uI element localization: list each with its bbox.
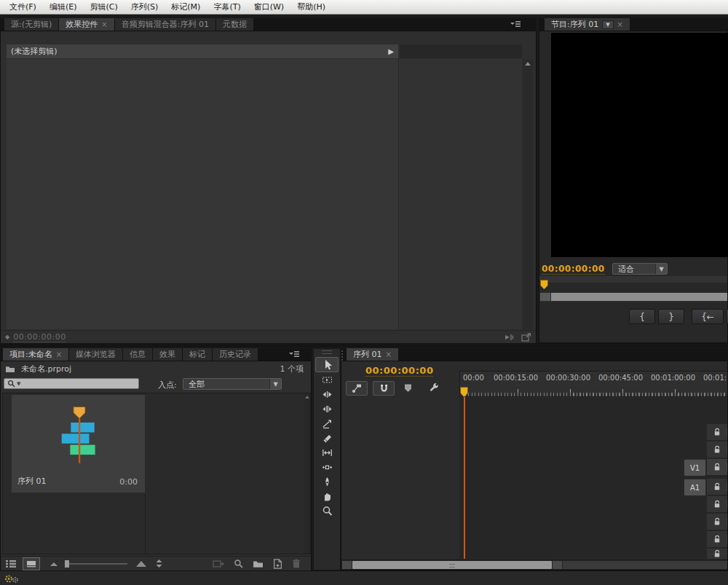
tab-media-browser[interactable]: 媒体浏览器 <box>69 348 123 361</box>
selection-tool-icon[interactable] <box>315 357 339 372</box>
mark-out-button[interactable]: } <box>658 309 684 324</box>
menu-edit[interactable]: 编辑(E) <box>43 0 84 15</box>
in-point-dropdown[interactable]: 全部 ▼ <box>183 378 282 390</box>
menu-window[interactable]: 窗口(W) <box>248 0 290 15</box>
settings-wrench-icon[interactable] <box>429 382 439 393</box>
find-icon[interactable] <box>234 559 243 568</box>
pen-tool-icon[interactable] <box>316 475 338 489</box>
ripple-edit-tool-icon[interactable] <box>316 388 338 401</box>
scroll-up-icon[interactable] <box>525 62 531 66</box>
close-icon[interactable]: × <box>617 21 623 28</box>
scrollbar-button[interactable] <box>540 293 550 301</box>
time-ruler[interactable]: 00:00 00:00:15:00 00:00:30:00 00:00:45:0… <box>459 371 728 397</box>
icon-view-icon[interactable] <box>23 557 40 570</box>
project-file-name[interactable]: 未命名.prproj <box>21 364 71 374</box>
zoom-slider-handle[interactable] <box>65 560 69 568</box>
zoom-in-icon[interactable] <box>135 560 148 568</box>
zoom-slider[interactable] <box>65 563 127 565</box>
rate-stretch-tool-icon[interactable] <box>316 417 338 431</box>
playhead-line[interactable] <box>464 397 465 559</box>
menu-clip[interactable]: 剪辑(C) <box>83 0 124 15</box>
chevron-down-icon[interactable]: ▼ <box>269 379 281 389</box>
zoom-tool-icon[interactable] <box>316 504 338 518</box>
tab-info[interactable]: 信息 <box>123 348 153 361</box>
effect-footer-timecode[interactable]: 00:00:00:00 <box>13 332 66 342</box>
list-view-icon[interactable] <box>5 560 17 568</box>
export-icon[interactable] <box>521 333 531 342</box>
tab-timeline-sequence[interactable]: 序列 01× <box>347 348 399 361</box>
slide-tool-icon[interactable] <box>316 460 338 474</box>
audio-target-a1[interactable]: A1 <box>684 479 706 496</box>
lock-icon[interactable] <box>713 500 721 509</box>
program-scrollbar[interactable] <box>539 292 727 302</box>
new-item-icon[interactable] <box>273 559 282 569</box>
menu-marker[interactable]: 标记(M) <box>165 0 207 15</box>
clip-header-bar[interactable]: (未选择剪辑) ▶ <box>7 44 398 58</box>
video-target-v1[interactable]: V1 <box>684 459 706 476</box>
play-audio-icon[interactable] <box>504 333 514 342</box>
lock-icon[interactable] <box>713 517 721 526</box>
menu-help[interactable]: 帮助(H) <box>290 0 332 15</box>
lock-icon[interactable] <box>713 463 721 471</box>
close-icon[interactable]: × <box>56 351 62 358</box>
panel-divider[interactable] <box>0 343 728 348</box>
slip-tool-icon[interactable] <box>316 446 338 460</box>
effect-scrollbar[interactable] <box>523 59 533 329</box>
scrollbar-track[interactable] <box>563 561 728 569</box>
program-mini-ruler[interactable] <box>539 276 727 283</box>
zoom-out-icon[interactable] <box>49 560 59 567</box>
track-select-tool-icon[interactable] <box>316 373 338 387</box>
program-timecode[interactable]: 00:00:00:00 <box>542 264 605 275</box>
chevron-down-icon[interactable]: ▼ <box>655 264 667 274</box>
tab-metadata[interactable]: 元数据 <box>216 18 254 31</box>
scrollbar-thumb[interactable] <box>551 293 727 301</box>
tab-markers[interactable]: 标记 <box>183 348 213 361</box>
lock-icon[interactable] <box>713 445 721 454</box>
panel-grip[interactable] <box>341 350 347 361</box>
timeline-timecode[interactable]: 00:00:00:00 <box>365 365 433 377</box>
automate-to-sequence-icon[interactable] <box>213 560 224 568</box>
program-playhead-icon[interactable] <box>540 280 548 289</box>
sequence-item-tile[interactable]: 序列 01 0:00 <box>11 394 146 493</box>
scrollbar-thumb[interactable] <box>352 561 552 569</box>
panel-grip[interactable] <box>322 350 332 354</box>
close-icon[interactable]: × <box>386 351 392 358</box>
search-input[interactable]: ▼ <box>4 378 139 389</box>
menu-sequence[interactable]: 序列(S) <box>124 0 165 15</box>
add-marker-icon[interactable] <box>403 383 413 393</box>
close-icon[interactable]: × <box>101 21 107 28</box>
scrollbar-button[interactable] <box>342 561 352 569</box>
rolling-edit-tool-icon[interactable] <box>316 402 338 416</box>
scrollbar-button[interactable] <box>553 561 562 569</box>
tab-audio-mixer[interactable]: 音频剪辑混合器:序列 01 <box>115 18 216 31</box>
hand-tool-icon[interactable] <box>316 490 338 503</box>
panel-menu-icon[interactable] <box>288 350 300 358</box>
go-to-in-button[interactable]: {← <box>692 309 724 324</box>
timeline-hscrollbar[interactable] <box>341 560 728 570</box>
chevron-down-icon[interactable]: ▼ <box>602 20 613 29</box>
sort-icon[interactable] <box>155 559 163 568</box>
tab-source[interactable]: 源:(无剪辑) <box>4 18 59 31</box>
trash-icon[interactable] <box>292 559 301 568</box>
lock-icon[interactable] <box>713 482 721 491</box>
expand-arrow-icon[interactable]: ▶ <box>388 47 394 55</box>
lock-icon[interactable] <box>713 549 721 558</box>
fit-dropdown[interactable]: 适合 ▼ <box>612 263 668 275</box>
tab-effects[interactable]: 效果 <box>153 348 183 361</box>
razor-tool-icon[interactable] <box>316 431 338 445</box>
project-scrollbar[interactable] <box>304 393 310 554</box>
mark-in-button[interactable]: { <box>629 309 655 324</box>
chevron-down-icon[interactable]: ▼ <box>17 381 20 387</box>
menu-file[interactable]: 文件(F) <box>3 0 43 15</box>
lock-icon[interactable] <box>713 428 721 436</box>
tab-history[interactable]: 历史记录 <box>213 348 258 361</box>
lock-icon[interactable] <box>713 535 721 543</box>
new-bin-icon[interactable] <box>253 560 264 568</box>
tab-program[interactable]: 节目:序列 01 ▼ × <box>545 18 630 31</box>
nest-toggle-button[interactable] <box>346 381 368 396</box>
tab-project[interactable]: 项目:未命名× <box>3 348 69 361</box>
panel-menu-icon[interactable] <box>510 20 521 28</box>
menu-title[interactable]: 字幕(T) <box>207 0 247 15</box>
scroll-up-icon[interactable] <box>305 396 309 398</box>
snap-toggle-button[interactable] <box>373 381 395 396</box>
